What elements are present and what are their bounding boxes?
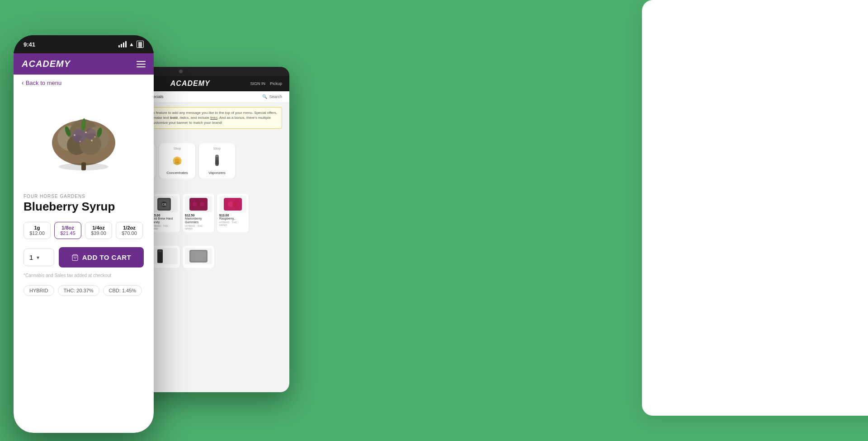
- svg-point-28: [173, 162, 182, 164]
- weight-label-1g: 1g: [28, 225, 46, 230]
- phone-header: ACADEMY: [14, 53, 154, 75]
- search-icon: 🔍: [262, 94, 267, 99]
- tablet-camera-icon: [179, 70, 183, 73]
- weight-options-group: 1g $12.00 1/8oz $21.45 1/4oz $39.00 1/2o…: [14, 218, 154, 243]
- product-title: Blueberry Syrup: [24, 200, 144, 214]
- category-label-concentrates: Concentrates: [163, 171, 192, 175]
- chevron-down-icon: ▾: [37, 254, 39, 261]
- weight-price-half: $70.00: [121, 230, 138, 236]
- product-info: FOUR HORSE GARDENS Blueberry Syrup: [14, 190, 154, 218]
- quantity-value: 1: [29, 253, 33, 261]
- tablet-signin-link[interactable]: SIGN IN: [250, 81, 265, 86]
- category-image-vaporizers: [208, 151, 226, 169]
- hamburger-icon[interactable]: [137, 61, 146, 67]
- product-card-raspberry[interactable]: $13.00 Raspberry... HYBRID · THC · HAND: [217, 194, 249, 233]
- svg-point-13: [94, 136, 96, 138]
- tax-note: *Cannabis and Sales tax added at checkou…: [14, 272, 154, 281]
- wifi-icon: ▲: [129, 41, 134, 47]
- svg-text:CB: CB: [162, 203, 166, 206]
- weight-label-half: 1/2oz: [121, 225, 138, 230]
- svg-point-7: [85, 128, 96, 139]
- category-card-vaporizers[interactable]: Shop Vaporizers: [199, 143, 235, 178]
- weight-price-1g: $12.00: [28, 230, 46, 236]
- search-area[interactable]: 🔍 Search: [262, 94, 282, 99]
- search-label: Search: [269, 94, 282, 99]
- device-mockup-scene: 9:41 ▲ ▓ ACADEMY: [14, 22, 330, 428]
- product-image-area: [14, 91, 154, 190]
- product-tags: HYBRID THC: 20.37% CBD: 1.45%: [14, 281, 154, 301]
- weight-option-1g[interactable]: 1g $12.00: [24, 222, 51, 239]
- product-tags-cold-brew: HYBRID · THC · HAND: [151, 225, 178, 230]
- product-price-raspberry: $13.00: [219, 214, 246, 217]
- phone-time: 9:41: [24, 41, 35, 48]
- chevron-left-icon: ‹: [22, 79, 24, 86]
- product-image-marionberry: [185, 196, 212, 212]
- svg-rect-31: [215, 160, 219, 164]
- svg-point-17: [59, 163, 108, 170]
- product-image: [38, 104, 129, 177]
- tablet-signup-link[interactable]: Pickup: [270, 81, 282, 86]
- raspberry-product: [222, 196, 244, 212]
- product-tags-marionberry: HYBRID · THC · HAND: [185, 225, 212, 230]
- product-brand: FOUR HORSE GARDENS: [24, 194, 144, 199]
- cannabis-bud-illustration: [43, 109, 124, 172]
- tablet-header-right: SIGN IN Pickup: [250, 81, 282, 86]
- svg-rect-30: [216, 155, 218, 157]
- special-image-3: [151, 248, 178, 264]
- product-card-marionberry[interactable]: $12.50 Marionberry Gummies HYBRID · THC …: [183, 194, 214, 233]
- category-small-label-concentrates: Shop: [163, 147, 192, 150]
- category-small-label-vaporizers: Shop: [203, 147, 231, 150]
- svg-point-48: [232, 202, 238, 207]
- back-to-menu-label: Back to menu: [26, 80, 62, 86]
- concentrate-illustration: [169, 151, 186, 169]
- weight-label-quarter: 1/4oz: [90, 225, 107, 230]
- svg-point-14: [80, 141, 81, 142]
- product-price-cold-brew: $15.00: [151, 214, 178, 217]
- phone-logo: ACADEMY: [22, 59, 71, 69]
- white-background-panel: [642, 0, 868, 416]
- back-to-menu-link[interactable]: ‹ Back to menu: [22, 79, 146, 86]
- phone-status-bar: 9:41 ▲ ▓: [14, 35, 154, 53]
- add-to-cart-button[interactable]: ADD TO CART: [59, 247, 144, 267]
- special-card-4[interactable]: [183, 246, 214, 268]
- phone-notch: [61, 39, 106, 51]
- tablet-logo: ACADEMY: [170, 80, 210, 88]
- back-navigation: ‹ Back to menu: [14, 75, 154, 91]
- add-to-cart-label: ADD TO CART: [82, 253, 132, 261]
- product-name-cold-brew: Cold Brew Hard Candy: [151, 217, 178, 225]
- svg-point-15: [91, 140, 93, 141]
- svg-point-12: [85, 131, 87, 133]
- special-4-illustration: [187, 248, 210, 264]
- weight-option-half[interactable]: 1/2oz $70.00: [116, 222, 143, 239]
- cart-action-row: 1 ▾ ADD TO CART: [14, 243, 154, 272]
- svg-rect-54: [158, 250, 162, 252]
- signal-icon: [118, 41, 127, 47]
- weight-label-eighth: 1/8oz: [59, 225, 76, 230]
- weight-option-eighth[interactable]: 1/8oz $21.45: [54, 222, 81, 239]
- category-image-concentrates: [168, 151, 186, 169]
- category-card-concentrates[interactable]: Shop Concentrates: [159, 143, 195, 178]
- product-name-raspberry: Raspberry...: [219, 217, 246, 220]
- special-image-4: [185, 248, 212, 264]
- phone-status-icons: ▲ ▓: [118, 41, 144, 48]
- svg-point-11: [74, 134, 75, 136]
- weight-price-quarter: $39.00: [90, 230, 107, 236]
- tag-thc: THC: 20.37%: [58, 285, 99, 296]
- tag-hybrid: HYBRID: [24, 285, 54, 296]
- svg-point-45: [200, 202, 204, 206]
- special-3-illustration: [153, 248, 175, 264]
- category-label-vaporizers: Vaporizers: [203, 171, 231, 175]
- tag-cbd: CBD: 1.45%: [103, 285, 142, 296]
- weight-option-quarter[interactable]: 1/4oz $39.00: [85, 222, 112, 239]
- product-image-raspberry: [219, 196, 246, 212]
- phone-screen: ACADEMY ‹ Back to menu: [14, 53, 154, 433]
- vaporizer-illustration: [208, 151, 226, 169]
- battery-icon: ▓: [137, 41, 144, 48]
- svg-point-6: [72, 129, 86, 143]
- quantity-selector[interactable]: 1 ▾: [24, 249, 54, 266]
- marionberry-product: [187, 196, 210, 212]
- weight-price-eighth: $21.45: [59, 230, 76, 236]
- product-price-marionberry: $12.50: [185, 214, 212, 217]
- cart-icon: [71, 254, 79, 261]
- product-image-cold-brew: CB: [151, 196, 178, 212]
